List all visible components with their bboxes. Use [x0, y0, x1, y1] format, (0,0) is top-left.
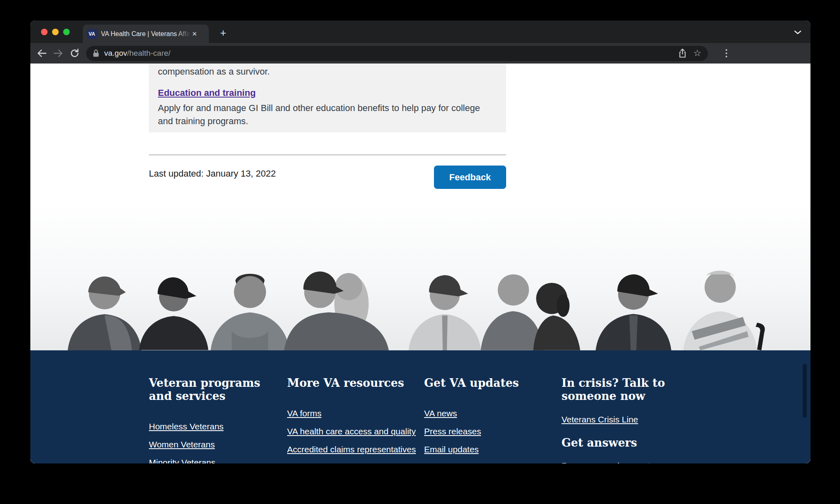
- footer-link-item: Accredited claims representatives: [287, 444, 424, 456]
- address-bar[interactable]: va.gov/health-care/ ☆: [86, 46, 708, 61]
- footer-link-item: Homeless Veterans: [149, 421, 287, 433]
- content-divider: [149, 154, 506, 155]
- truncated-paragraph: compensation as a survivor.: [158, 65, 496, 78]
- footer-heading: Veteran programs and services: [149, 377, 272, 403]
- veteran-photo-7: [587, 266, 680, 350]
- bookmark-star-icon[interactable]: ☆: [693, 49, 701, 58]
- footer-link-item: VA news: [424, 408, 562, 420]
- footer-link-item: Email updates: [424, 444, 562, 456]
- window-minimize-button[interactable]: [52, 29, 59, 35]
- footer-link-item: Resources and support: [562, 461, 697, 463]
- window-zoom-button[interactable]: [63, 29, 70, 35]
- lock-icon: [93, 49, 99, 57]
- footer-heading: Get VA updates: [424, 377, 547, 390]
- email-updates-link[interactable]: Email updates: [424, 445, 479, 454]
- footer-link-item: VA mobile apps: [287, 462, 424, 463]
- back-button[interactable]: [34, 45, 50, 61]
- forward-button[interactable]: [50, 45, 66, 61]
- last-updated-text: Last updated: January 13, 2022: [149, 168, 276, 179]
- tab-title: VA Health Care | Veterans Affai: [101, 30, 190, 38]
- footer-heading-get-answers: Get answers: [562, 436, 697, 449]
- tab-strip: VA VA Health Care | Veterans Affai ✕ +: [30, 20, 810, 43]
- homeless-veterans-link[interactable]: Homeless Veterans: [149, 422, 224, 431]
- tab-title-fade: [176, 30, 190, 38]
- veterans-crisis-line-link[interactable]: Veterans Crisis Line: [562, 415, 638, 424]
- footer-link-item: Women Veterans: [149, 439, 287, 451]
- veteran-photo-2: [134, 268, 214, 350]
- veteran-photo-1: [64, 266, 146, 350]
- url-text: va.gov/health-care/: [104, 49, 672, 58]
- veterans-photo-strip: [30, 203, 810, 350]
- browser-window: VA VA Health Care | Veterans Affai ✕ +: [30, 20, 810, 463]
- url-domain: va.gov: [104, 49, 127, 57]
- va-forms-link[interactable]: VA forms: [287, 409, 322, 418]
- window-close-button[interactable]: [41, 29, 48, 35]
- footer-link-item: VA health care access and quality: [287, 426, 424, 438]
- share-icon[interactable]: [678, 48, 687, 58]
- veteran-photo-5: [403, 266, 487, 350]
- browser-tab[interactable]: VA VA Health Care | Veterans Affai ✕: [83, 25, 209, 43]
- browser-menu-kebab-icon[interactable]: [719, 49, 733, 57]
- footer-link-item: Veterans Crisis Line: [562, 414, 697, 426]
- education-description: Apply for and manage GI Bill and other e…: [158, 102, 496, 128]
- reload-button[interactable]: [66, 45, 83, 61]
- tab-search-chevron-icon[interactable]: [791, 26, 805, 39]
- va-health-care-access-link[interactable]: VA health care access and quality: [287, 427, 416, 436]
- education-and-training-link[interactable]: Education and training: [158, 86, 256, 100]
- va-news-link[interactable]: VA news: [424, 409, 457, 418]
- minority-veterans-link[interactable]: Minority Veterans: [149, 458, 215, 463]
- footer-column-programs: Veteran programs and services Homeless V…: [149, 377, 287, 463]
- footer-link-item: Press releases: [424, 426, 562, 438]
- footer-column-resources: More VA resources VA forms VA health car…: [287, 377, 424, 463]
- veteran-photo-6-with-dog: [478, 264, 584, 350]
- footer-link-item: VA forms: [287, 408, 424, 420]
- women-veterans-link[interactable]: Women Veterans: [149, 440, 215, 449]
- new-tab-button[interactable]: +: [216, 25, 231, 40]
- facebook-link[interactable]: Facebook: [424, 463, 462, 463]
- page-scrollbar-thumb[interactable]: [803, 364, 807, 418]
- browser-toolbar: va.gov/health-care/ ☆: [30, 43, 810, 64]
- page-content: compensation as a survivor. Education an…: [30, 64, 810, 463]
- va-favicon-icon: VA: [87, 29, 97, 39]
- press-releases-link[interactable]: Press releases: [424, 427, 481, 436]
- url-path: /health-care/: [127, 49, 171, 57]
- resources-and-support-link[interactable]: Resources and support: [562, 461, 651, 463]
- footer-link-item: Minority Veterans: [149, 457, 287, 463]
- feedback-button[interactable]: Feedback: [434, 166, 506, 189]
- footer-link-item: Facebook: [424, 462, 562, 463]
- footer-heading: More VA resources: [287, 377, 410, 390]
- site-footer: Veteran programs and services Homeless V…: [30, 350, 810, 463]
- veteran-photo-8: [676, 263, 772, 350]
- veteran-photo-4-couple: [280, 262, 395, 350]
- footer-heading: In crisis? Talk to someone now: [562, 377, 685, 403]
- accredited-claims-link[interactable]: Accredited claims representatives: [287, 445, 416, 454]
- footer-column-updates: Get VA updates VA news Press releases Em…: [424, 377, 562, 463]
- benefits-summary-panel: compensation as a survivor. Education an…: [149, 64, 506, 132]
- footer-column-crisis: In crisis? Talk to someone now Veterans …: [562, 377, 697, 463]
- tab-close-icon[interactable]: ✕: [192, 30, 197, 38]
- va-mobile-apps-link[interactable]: VA mobile apps: [287, 463, 346, 463]
